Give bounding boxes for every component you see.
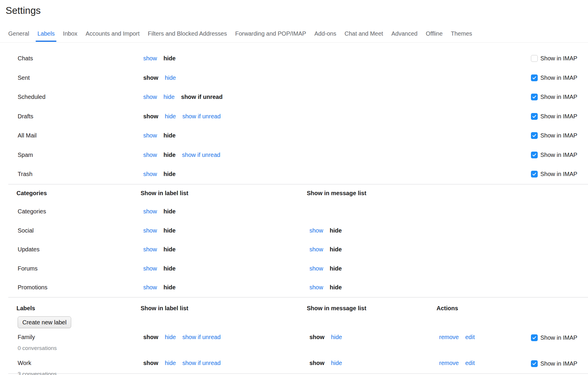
family-message-list-options: showhide <box>309 333 437 341</box>
family-show-in-imap[interactable]: Show in IMAP <box>531 333 588 342</box>
checked-checkbox-icon[interactable] <box>531 360 538 367</box>
chats-label-list-options: showhide <box>143 55 307 62</box>
forums-label-list-show-link[interactable]: show <box>143 265 157 272</box>
labels-header-message-list: Show in message list <box>307 305 437 312</box>
show-in-imap-label: Show in IMAP <box>540 152 577 158</box>
spam-label-list-show-link[interactable]: show <box>143 152 157 158</box>
system-label-row-spam: Spamshowhideshow if unreadShow in IMAP <box>0 145 588 165</box>
forums-message-list-show-link[interactable]: show <box>309 265 323 272</box>
social-message-list-hide-selected: hide <box>330 227 342 234</box>
promotions-label-list-options: showhide <box>143 284 307 291</box>
checked-checkbox-icon[interactable] <box>531 171 538 177</box>
spam-label-list-show-if-unread-link[interactable]: show if unread <box>182 152 220 158</box>
work-show-in-imap[interactable]: Show in IMAP <box>531 359 588 368</box>
categories-header-title: Categories <box>16 190 141 197</box>
social-label-list-hide-selected: hide <box>164 227 176 234</box>
page-title: Settings <box>0 0 588 17</box>
categories-header-message-list: Show in message list <box>307 190 437 197</box>
spam-show-in-imap[interactable]: Show in IMAP <box>531 152 588 158</box>
user-labels-rows: Family0 conversationsshowhideshow if unr… <box>0 331 588 375</box>
family-action-edit-link[interactable]: edit <box>465 333 475 341</box>
system-labels-section: ChatsshowhideShow in IMAPSentshowhideSho… <box>0 43 588 184</box>
checked-checkbox-icon[interactable] <box>531 113 538 120</box>
scheduled-label-list-hide-link[interactable]: hide <box>164 94 175 100</box>
drafts-show-in-imap[interactable]: Show in IMAP <box>531 113 588 120</box>
updates-message-list-show-link[interactable]: show <box>309 246 323 253</box>
tab-chat-and-meet[interactable]: Chat and Meet <box>344 25 383 42</box>
work-action-remove-link[interactable]: remove <box>439 359 459 367</box>
work-action-edit-link[interactable]: edit <box>465 359 475 367</box>
updates-message-list-options: showhide <box>309 246 437 253</box>
sent-label-list-show-selected: show <box>143 74 158 81</box>
user-label-row-family: Family0 conversationsshowhideshow if unr… <box>0 331 588 352</box>
settings-tabs: GeneralLabelsInboxAccounts and ImportFil… <box>0 25 588 43</box>
show-in-imap-label: Show in IMAP <box>540 113 577 120</box>
categories-label-list-hide-selected: hide <box>164 208 176 215</box>
sent-show-in-imap[interactable]: Show in IMAP <box>531 74 588 81</box>
checked-checkbox-icon[interactable] <box>531 334 538 341</box>
tab-themes[interactable]: Themes <box>451 25 472 42</box>
family-label-list-show-if-unread-link[interactable]: show if unread <box>182 333 221 341</box>
checked-checkbox-icon[interactable] <box>531 94 538 100</box>
trash-show-in-imap[interactable]: Show in IMAP <box>531 171 588 177</box>
family-label-list-hide-link[interactable]: hide <box>165 333 176 341</box>
all-mail-label-list-hide-selected: hide <box>164 132 176 139</box>
social-message-list-show-link[interactable]: show <box>309 227 323 234</box>
tab-accounts-and-import[interactable]: Accounts and Import <box>86 25 139 42</box>
family-action-remove-link[interactable]: remove <box>439 333 459 341</box>
sent-label-list-hide-link[interactable]: hide <box>165 74 176 81</box>
checked-checkbox-icon[interactable] <box>531 132 538 139</box>
promotions-label-list-show-link[interactable]: show <box>143 284 157 291</box>
drafts-label-list-hide-link[interactable]: hide <box>165 113 176 120</box>
promotions-message-list-show-link[interactable]: show <box>309 284 323 291</box>
row-label-scheduled: Scheduled <box>18 94 141 100</box>
scheduled-show-in-imap[interactable]: Show in IMAP <box>531 94 588 100</box>
tab-general[interactable]: General <box>8 25 29 42</box>
spam-label-list-hide-selected: hide <box>164 152 176 158</box>
chats-show-in-imap[interactable]: Show in IMAP <box>531 55 588 62</box>
trash-label-list-show-link[interactable]: show <box>143 171 157 177</box>
row-label-promotions: Promotions <box>18 284 141 291</box>
family-action-options: removeedit <box>439 333 531 341</box>
system-label-row-chats: ChatsshowhideShow in IMAP <box>0 49 588 68</box>
labels-header-title: Labels <box>16 305 141 312</box>
social-label-list-show-link[interactable]: show <box>143 227 157 234</box>
checked-checkbox-icon[interactable] <box>531 152 538 158</box>
work-label-list-options: showhideshow if unread <box>143 359 307 367</box>
row-label-trash: Trash <box>18 171 141 177</box>
family-message-list-show-selected: show <box>309 333 324 341</box>
drafts-label-list-show-if-unread-link[interactable]: show if unread <box>182 113 221 120</box>
unchecked-checkbox-icon[interactable] <box>531 55 538 62</box>
updates-label-list-show-link[interactable]: show <box>143 246 157 253</box>
trash-label-list-hide-selected: hide <box>164 171 176 177</box>
work-message-list-hide-link[interactable]: hide <box>331 359 342 367</box>
row-label-sent: Sent <box>18 74 141 81</box>
updates-label-list-hide-selected: hide <box>164 246 176 253</box>
show-in-imap-label: Show in IMAP <box>540 55 577 62</box>
work-label-list-hide-link[interactable]: hide <box>165 359 176 367</box>
tab-inbox[interactable]: Inbox <box>63 25 77 42</box>
categories-section: Categories Show in label list Show in me… <box>0 185 588 297</box>
tab-filters-and-blocked-addresses[interactable]: Filters and Blocked Addresses <box>148 25 227 42</box>
tab-advanced[interactable]: Advanced <box>391 25 417 42</box>
categories-header-label-list: Show in label list <box>141 190 307 197</box>
tab-offline[interactable]: Offline <box>426 25 442 42</box>
forums-label-list-hide-selected: hide <box>164 265 176 272</box>
tab-forwarding-and-pop-imap[interactable]: Forwarding and POP/IMAP <box>235 25 306 42</box>
tab-labels[interactable]: Labels <box>37 25 55 42</box>
create-new-label-button[interactable]: Create new label <box>18 316 71 328</box>
all-mail-show-in-imap[interactable]: Show in IMAP <box>531 132 588 139</box>
all-mail-label-list-options: showhide <box>143 132 307 139</box>
scheduled-label-list-show-link[interactable]: show <box>143 94 157 100</box>
chats-label-list-show-link[interactable]: show <box>143 55 157 62</box>
row-label-forums: Forums <box>18 265 141 272</box>
categories-label-list-show-link[interactable]: show <box>143 208 157 215</box>
work-label-list-show-if-unread-link[interactable]: show if unread <box>182 359 221 367</box>
all-mail-label-list-show-link[interactable]: show <box>143 132 157 139</box>
family-message-list-hide-link[interactable]: hide <box>331 333 342 341</box>
row-label-chats: Chats <box>18 55 141 62</box>
tab-add-ons[interactable]: Add-ons <box>314 25 337 42</box>
row-label-work: Work <box>18 359 141 367</box>
checked-checkbox-icon[interactable] <box>531 74 538 81</box>
labels-header-label-list: Show in label list <box>141 305 307 312</box>
